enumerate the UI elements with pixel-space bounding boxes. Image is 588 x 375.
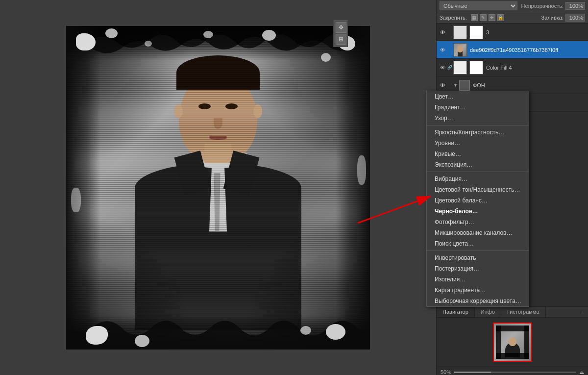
group-expand-arrow[interactable]: ▼ [453,83,458,88]
lock-icons: ▦ ✎ ✛ 🔒 [471,14,504,21]
opacity-label: Непрозрачность: [521,3,564,9]
zoom-value: 50% [441,369,451,375]
lock-position-button[interactable]: ✛ [489,14,495,21]
lock-label: Закрепить: [440,15,467,21]
fill-label: Заливка: [541,15,564,21]
menu-item-curves[interactable]: Кривые… [427,149,529,159]
layer-thumbnail [453,25,467,39]
context-menu: Цвет… Градиент… Узор… Яркость/Контрастно… [426,91,529,307]
menu-item-invert[interactable]: Инвертировать [427,252,529,263]
layer-visibility-toggle[interactable]: 👁 [439,81,446,89]
layer-thumbnail [459,80,470,91]
layer-item[interactable]: 👁 3 [437,24,588,41]
tab-histogram[interactable]: Гистограмма [501,307,546,317]
menu-item-huesat[interactable]: Цветовой тон/Насыщенность… [427,184,529,195]
zoom-slider-fill [454,372,491,373]
lock-image-button[interactable]: ✎ [480,14,487,21]
navigator-zoom-bar: 50% ⛰ [437,367,588,375]
navigator-content [437,318,588,367]
navigator-thumbnail [493,323,532,362]
zoom-slider[interactable] [454,372,576,373]
menu-item-brightness[interactable]: Яркость/Контрастность… [427,127,529,138]
menu-separator [427,125,529,125]
tools-panel: ✥ ⊞ [333,20,348,47]
canvas-area: ✥ ⊞ [0,0,436,375]
menu-item-gradientmap[interactable]: Карта градиента… [427,285,529,296]
layer-chain [448,46,452,54]
layer-item[interactable]: 👁 🔗 Color Fill 4 [437,59,588,76]
tab-info[interactable]: Инфо [475,307,501,317]
menu-item-blackwhite[interactable]: Черно-белое… [427,206,529,217]
canvas-image [66,26,370,350]
layer-item[interactable]: 👁 dee902ff9d71a4903516776b7387f0ff [437,41,588,59]
bottom-panel: Навигатор Инфо Гистограмма ≡ [437,306,588,375]
menu-item-vibrance[interactable]: Вибрация… [427,174,529,184]
move-tool-button[interactable]: ✥ [336,22,346,33]
zoom-max-icon: ⛰ [579,370,584,375]
menu-item-pattern[interactable]: Узор… [427,113,529,124]
menu-item-threshold[interactable]: Изогелия… [427,274,529,285]
fill-section: Заливка: [541,14,585,22]
menu-item-posterize[interactable]: Постеризация… [427,263,529,274]
menu-item-color[interactable]: Цвет… [427,91,529,102]
layer-thumbnail [453,43,467,57]
panel-collapse-button[interactable]: ≡ [577,307,588,317]
menu-item-selectivecolor[interactable]: Выборочная коррекция цвета… [427,296,529,306]
layer-visibility-toggle[interactable]: 👁 [439,46,446,54]
lock-transparent-button[interactable]: ▦ [471,14,478,21]
fill-input[interactable] [565,14,585,22]
layer-name: ФОН [471,82,586,88]
menu-item-colorbalance[interactable]: Цветовой баланс… [427,195,529,206]
lock-all-button[interactable]: 🔒 [497,14,504,21]
menu-item-exposure[interactable]: Экспозиция… [427,159,529,170]
menu-item-gradient[interactable]: Градиент… [427,102,529,113]
layer-visibility-toggle[interactable]: 👁 [439,28,446,36]
layer-thumbnail [453,61,467,75]
opacity-input[interactable] [565,2,585,10]
menu-item-channelmixer[interactable]: Микшировование каналов… [427,227,529,238]
layer-chain [448,81,452,89]
layer-name: Color Fill 4 [485,65,586,71]
layer-chain: 🔗 [448,64,452,72]
menu-item-levels[interactable]: Уровни… [427,138,529,149]
layer-visibility-toggle[interactable]: 👁 [439,64,446,72]
menu-item-colorlookup[interactable]: Поиск цвета… [427,238,529,249]
layer-chain [448,28,452,36]
layer-mask-thumbnail [469,61,483,75]
bottom-tabs: Навигатор Инфо Гистограмма ≡ [437,307,588,318]
transform-tool-button[interactable]: ⊞ [336,34,346,45]
layer-name: 3 [485,29,586,35]
navigator-thumb-inner [496,325,529,359]
lock-bar: Закрепить: ▦ ✎ ✛ 🔒 Заливка: [437,12,588,24]
blend-mode-select[interactable]: Обычные [440,1,517,10]
tab-navigator[interactable]: Навигатор [437,307,475,317]
right-panel: Обычные Непрозрачность: Закрепить: ▦ ✎ ✛… [436,0,588,375]
blend-bar: Обычные Непрозрачность: [437,0,588,12]
layer-name: dee902ff9d71a4903516776b7387f0ff [468,47,586,53]
layer-mask-thumbnail [469,25,483,39]
menu-separator [427,172,529,172]
menu-separator [427,250,529,251]
menu-item-photofilter[interactable]: Фотофильтр… [427,217,529,227]
